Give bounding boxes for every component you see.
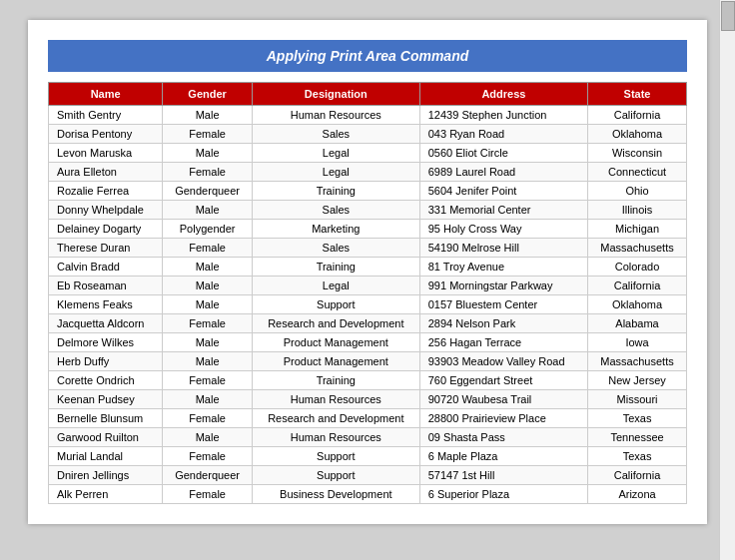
table-row: Smith GentryMaleHuman Resources12439 Ste…: [49, 106, 687, 125]
table-cell: Genderqueer: [163, 466, 253, 485]
table-cell: 09 Shasta Pass: [419, 428, 587, 447]
table-cell: Male: [163, 106, 253, 125]
table-cell: 991 Morningstar Parkway: [419, 277, 587, 295]
table-cell: Female: [163, 485, 253, 504]
table-cell: Legal: [252, 163, 419, 182]
table-cell: Oklahoma: [588, 295, 687, 314]
table-cell: Male: [163, 144, 253, 163]
table-cell: Texas: [588, 409, 687, 428]
table-cell: Sales: [252, 239, 419, 258]
table-row: Calvin BraddMaleTraining81 Troy AvenueCo…: [49, 258, 687, 277]
table-cell: Research and Development: [252, 409, 419, 428]
table-cell: Delainey Dogarty: [49, 220, 163, 239]
table-header: Name: [49, 83, 163, 106]
table-cell: Iowa: [588, 333, 687, 352]
table-cell: 28800 Prairieview Place: [419, 409, 587, 428]
table-header: State: [588, 83, 687, 106]
table-cell: Aura Elleton: [49, 163, 163, 182]
table-cell: Research and Development: [252, 314, 419, 333]
table-cell: Support: [252, 466, 419, 485]
table-cell: Jacquetta Aldcorn: [49, 314, 163, 333]
table-row: Keenan PudseyMaleHuman Resources90720 Wa…: [49, 390, 687, 409]
table-row: Eb RoseamanMaleLegal991 Morningstar Park…: [49, 277, 687, 295]
table-row: Murial LandalFemaleSupport6 Maple PlazaT…: [49, 447, 687, 466]
table-cell: New Jersey: [588, 371, 687, 390]
table-cell: Tennessee: [588, 428, 687, 447]
table-cell: Massachusetts: [588, 352, 687, 371]
page-container: Applying Print Area Command NameGenderDe…: [28, 20, 707, 524]
table-row: Dorisa PentonyFemaleSales043 Ryan RoadOk…: [49, 125, 687, 144]
table-cell: Murial Landal: [49, 447, 163, 466]
table-cell: Product Management: [252, 333, 419, 352]
table-cell: Human Resources: [252, 106, 419, 125]
table-row: Delmore WilkesMaleProduct Management256 …: [49, 333, 687, 352]
table-cell: Klemens Feaks: [49, 295, 163, 314]
table-cell: 95 Holy Cross Way: [419, 220, 587, 239]
table-row: Alk PerrenFemaleBusiness Development6 Su…: [49, 485, 687, 504]
table-cell: Female: [163, 239, 253, 258]
table-header: Gender: [163, 83, 253, 106]
table-cell: Marketing: [252, 220, 419, 239]
table-header-row: NameGenderDesignationAddressState: [49, 83, 687, 106]
table-cell: Illinois: [588, 201, 687, 220]
table-cell: Arizona: [588, 485, 687, 504]
table-cell: Eb Roseaman: [49, 277, 163, 295]
table-row: Bernelle BlunsumFemaleResearch and Devel…: [49, 409, 687, 428]
table-cell: Missouri: [588, 390, 687, 409]
table-cell: Training: [252, 371, 419, 390]
table-cell: Polygender: [163, 220, 253, 239]
table-cell: Female: [163, 314, 253, 333]
table-cell: Female: [163, 125, 253, 144]
table-cell: 6 Superior Plaza: [419, 485, 587, 504]
table-cell: 043 Ryan Road: [419, 125, 587, 144]
table-cell: Texas: [588, 447, 687, 466]
table-cell: Alk Perren: [49, 485, 163, 504]
table-row: Levon MaruskaMaleLegal0560 Eliot CircleW…: [49, 144, 687, 163]
table-cell: Alabama: [588, 314, 687, 333]
table-cell: Corette Ondrich: [49, 371, 163, 390]
table-cell: Male: [163, 258, 253, 277]
table-cell: Wisconsin: [588, 144, 687, 163]
table-cell: Legal: [252, 144, 419, 163]
table-cell: Connecticut: [588, 163, 687, 182]
table-cell: Training: [252, 182, 419, 201]
table-cell: Male: [163, 352, 253, 371]
table-cell: Sales: [252, 125, 419, 144]
table-cell: Delmore Wilkes: [49, 333, 163, 352]
table-cell: 90720 Waubesa Trail: [419, 390, 587, 409]
table-cell: Keenan Pudsey: [49, 390, 163, 409]
table-row: Aura ElletonFemaleLegal6989 Laurel RoadC…: [49, 163, 687, 182]
table-cell: California: [588, 466, 687, 485]
table-cell: 331 Memorial Center: [419, 201, 587, 220]
table-row: Herb DuffyMaleProduct Management93903 Me…: [49, 352, 687, 371]
table-cell: Male: [163, 277, 253, 295]
table-cell: Business Development: [252, 485, 419, 504]
table-cell: 6 Maple Plaza: [419, 447, 587, 466]
table-cell: Support: [252, 295, 419, 314]
table-cell: Colorado: [588, 258, 687, 277]
table-cell: Bernelle Blunsum: [49, 409, 163, 428]
table-cell: Legal: [252, 277, 419, 295]
table-cell: Male: [163, 333, 253, 352]
table-row: Dniren JellingsGenderqueerSupport57147 1…: [49, 466, 687, 485]
table-cell: California: [588, 106, 687, 125]
table-cell: Massachusetts: [588, 239, 687, 258]
table-cell: 2894 Nelson Park: [419, 314, 587, 333]
table-row: Therese DuranFemaleSales54190 Melrose Hi…: [49, 239, 687, 258]
table-cell: Smith Gentry: [49, 106, 163, 125]
table-cell: Female: [163, 371, 253, 390]
table-cell: Sales: [252, 201, 419, 220]
table-row: Delainey DogartyPolygenderMarketing95 Ho…: [49, 220, 687, 239]
table-cell: 256 Hagan Terrace: [419, 333, 587, 352]
table-cell: Female: [163, 409, 253, 428]
table-cell: Garwood Ruilton: [49, 428, 163, 447]
table-cell: Male: [163, 428, 253, 447]
table-row: Klemens FeaksMaleSupport0157 Bluestem Ce…: [49, 295, 687, 314]
table-cell: Dniren Jellings: [49, 466, 163, 485]
table-cell: 5604 Jenifer Point: [419, 182, 587, 201]
table-row: Jacquetta AldcornFemaleResearch and Deve…: [49, 314, 687, 333]
table-cell: Human Resources: [252, 390, 419, 409]
page-title: Applying Print Area Command: [48, 40, 687, 72]
table-cell: 54190 Melrose Hill: [419, 239, 587, 258]
table-cell: Calvin Bradd: [49, 258, 163, 277]
